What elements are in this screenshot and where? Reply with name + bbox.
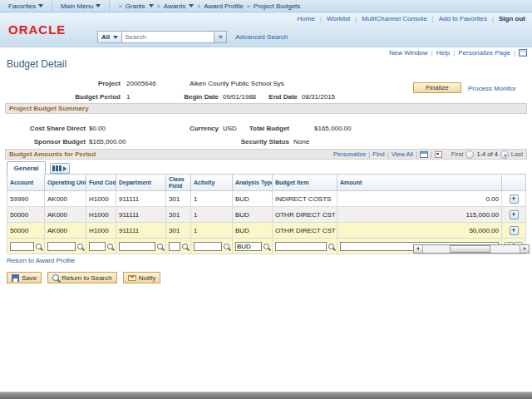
operating-unit-lookup-icon[interactable]: [77, 244, 83, 249]
notify-button[interactable]: Notify: [123, 272, 160, 283]
tab-general[interactable]: General: [7, 161, 46, 175]
activity-lookup-icon[interactable]: [224, 244, 229, 249]
view-all-link[interactable]: View All: [392, 150, 413, 158]
main-menu-label: Main Menu: [61, 2, 94, 10]
department-input[interactable]: [119, 242, 155, 251]
find-link[interactable]: Find: [372, 150, 385, 158]
process-monitor-link[interactable]: Process Monitor: [468, 85, 516, 92]
finalize-button[interactable]: Finalize: [413, 82, 461, 93]
analysis-type-input[interactable]: [235, 242, 262, 251]
app-header: ORACLE Home | Worklist | MultiChannel Co…: [0, 12, 532, 47]
chevron-down-icon: [38, 4, 43, 7]
currency-value: USD: [223, 125, 237, 132]
link-separator: |: [355, 15, 357, 22]
multichannel-console-link[interactable]: MultiChannel Console: [362, 15, 426, 22]
project-name: Aiken County Public School Sys: [190, 80, 284, 87]
worklist-link[interactable]: Worklist: [327, 15, 350, 22]
chevron-down-icon: [96, 4, 101, 7]
security-status-value: None: [293, 138, 309, 145]
total-budget-label: Total Budget: [239, 125, 289, 132]
download-grid-icon[interactable]: [435, 151, 442, 158]
col-header-class-field: Class Field: [166, 175, 191, 191]
link-separator: |: [368, 150, 370, 158]
cell-operating-unit: AK000: [45, 191, 86, 207]
breadcrumb-main-menu[interactable]: Main Menu: [52, 0, 111, 12]
link-separator: |: [416, 150, 417, 158]
save-button[interactable]: Save: [7, 272, 42, 283]
scrollbar-thumb[interactable]: [450, 245, 490, 253]
cell-activity: 1: [191, 207, 233, 223]
search-scope-value: All: [101, 33, 110, 41]
arrow-right-icon: [63, 166, 66, 171]
breadcrumb-item-grants[interactable]: Grants: [126, 2, 145, 10]
cell-fund-code: H1000: [86, 223, 116, 239]
show-all-columns-icon[interactable]: [50, 163, 70, 174]
department-lookup-icon[interactable]: [157, 244, 163, 249]
activity-input[interactable]: [194, 242, 222, 251]
return-to-award-profile-link[interactable]: Return to Award Profile: [7, 257, 75, 264]
col-header-fund-code: Fund Code: [86, 175, 116, 191]
cost-share-direct-label: Cost Share Direct: [19, 125, 86, 132]
search-go-button[interactable]: »: [214, 31, 227, 43]
personalize-link[interactable]: Personalize: [333, 150, 366, 158]
begin-date-label: Begin Date: [169, 93, 219, 101]
notify-label: Notify: [139, 274, 155, 282]
page-layout-icon[interactable]: [519, 49, 527, 57]
breadcrumb-favorites-menu[interactable]: Favorites: [0, 0, 52, 12]
horizontal-scrollbar[interactable]: [413, 244, 530, 254]
table-header-row: Account Operating Unit Fund Code Departm…: [7, 175, 526, 191]
previous-rows-icon[interactable]: [466, 150, 474, 159]
breadcrumb-item-project-budgets[interactable]: Project Budgets: [254, 2, 300, 10]
sign-out-link[interactable]: Sign out: [499, 15, 525, 22]
add-row-button[interactable]: +: [510, 226, 519, 235]
col-header-account: Account: [7, 175, 45, 191]
search-input[interactable]: [122, 31, 214, 43]
operating-unit-input[interactable]: [47, 242, 76, 251]
budget-amounts-title: Budget Amounts for Period: [9, 150, 96, 158]
budget-item-lookup-icon[interactable]: [328, 244, 334, 249]
advanced-search-link[interactable]: Advanced Search: [235, 33, 288, 41]
new-window-link[interactable]: New Window: [389, 49, 428, 57]
page-utility-links: New Window | Help | Personalize Page |: [389, 49, 527, 57]
help-link[interactable]: Help: [436, 49, 450, 57]
pager-last-label[interactable]: Last: [511, 150, 523, 158]
personalize-page-link[interactable]: Personalize Page: [458, 49, 510, 57]
project-budget-summary-header: Project Budget Summary: [5, 103, 527, 114]
budget-item-input[interactable]: [275, 242, 327, 251]
add-row-button[interactable]: +: [510, 210, 519, 219]
link-separator: |: [431, 49, 433, 57]
end-date-value: 08/31/2015: [302, 93, 335, 101]
scroll-left-icon[interactable]: [414, 245, 423, 253]
search-scope-dropdown[interactable]: All: [97, 31, 122, 43]
class-field-input[interactable]: [169, 242, 180, 251]
link-separator: |: [320, 15, 322, 22]
breadcrumb-separator: >: [197, 3, 200, 9]
fund-code-lookup-icon[interactable]: [107, 244, 113, 249]
pager-first-label[interactable]: First: [451, 150, 464, 158]
scrollbar-track[interactable]: [423, 245, 520, 253]
analysis-type-lookup-icon[interactable]: [264, 244, 269, 249]
zoom-grid-icon[interactable]: [420, 151, 428, 158]
fund-code-input[interactable]: [89, 242, 106, 251]
add-to-favorites-link[interactable]: Add to Favorites: [439, 15, 487, 22]
col-header-actions: [502, 175, 526, 191]
breadcrumb-separator: >: [247, 3, 250, 9]
scroll-right-icon[interactable]: [520, 245, 529, 253]
save-label: Save: [22, 274, 37, 282]
breadcrumb-item-awards[interactable]: Awards: [164, 2, 186, 10]
cell-operating-unit: AK000: [45, 223, 86, 239]
add-row-button[interactable]: +: [510, 195, 519, 204]
account-lookup-icon[interactable]: [36, 244, 42, 249]
end-date-label: End Date: [248, 93, 298, 101]
col-header-activity: Activity: [191, 175, 233, 191]
budget-period-value: 1: [126, 93, 130, 101]
home-link[interactable]: Home: [298, 15, 315, 22]
cell-account: 50000: [7, 207, 45, 223]
class-field-lookup-icon[interactable]: [182, 244, 188, 249]
breadcrumb-item-award-profile[interactable]: Award Profile: [204, 2, 243, 10]
next-rows-icon[interactable]: [500, 150, 509, 159]
security-status-label: Security Status: [239, 138, 289, 145]
breadcrumb-separator: >: [118, 3, 121, 9]
return-to-search-button[interactable]: Return to Search: [47, 272, 116, 283]
account-input[interactable]: [10, 242, 34, 251]
